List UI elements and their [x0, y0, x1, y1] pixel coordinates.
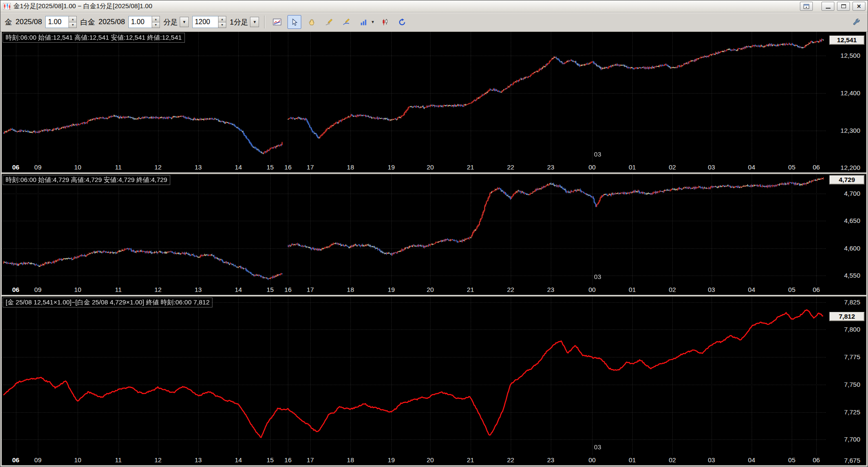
annotation-tool-button[interactable] — [339, 15, 353, 29]
gold-price-axis: 12,541 12,50012,40012,30012,200 — [826, 32, 866, 172]
gold-coefficient-spinbox: ▲ ▼ — [45, 16, 77, 28]
time-tick-label: 23 — [544, 163, 558, 171]
time-tick-label: 12 — [151, 286, 165, 293]
settings-wrench-button[interactable] — [849, 15, 863, 29]
toolbar: 金 2025/08 ▲ ▼ 白金 2025/08 ▲ ▼ 分足 ▼ ▲ — [0, 13, 868, 32]
price-tick-label: 7,825 — [844, 298, 860, 306]
platinum-contract-month: 2025/08 — [98, 18, 125, 26]
gold-time-axis: 0609101112131415161718192021222300010203… — [2, 162, 826, 172]
time-tick-label: 11 — [112, 163, 125, 171]
toolbar-divider — [264, 16, 265, 28]
period-type-dropdown-icon[interactable]: ▼ — [180, 17, 189, 27]
interval-label: 1分足 — [230, 17, 248, 27]
spread-chart-plot[interactable]: [金 25/08 12,541×1.00]−[白金 25/08 4,729×1.… — [2, 297, 826, 455]
spin-up-icon[interactable]: ▲ — [152, 16, 160, 22]
time-tick-label: 13 — [191, 456, 205, 464]
date-change-marker: 03 — [594, 273, 601, 280]
window-title: 金1分足[2025/08]1.00 − 白金1分足[2025/08]1.00 — [13, 2, 152, 10]
spread-price-axis: 7,812 7,8257,8007,7757,7507,7257,7007,67… — [826, 297, 866, 465]
time-tick-label: 22 — [504, 456, 518, 464]
spread-chart-canvas[interactable] — [2, 297, 826, 455]
time-tick-label: 11 — [112, 286, 125, 293]
annotation-tool-icon — [343, 19, 350, 26]
gold-current-price-badge: 12,541 — [829, 35, 865, 45]
time-tick-label: 16 — [281, 163, 295, 171]
date-change-marker: 03 — [594, 443, 601, 451]
time-tick-label: 14 — [231, 456, 245, 464]
indicator-bars-icon — [360, 19, 367, 26]
time-tick-label: 05 — [785, 286, 799, 293]
chart-stack: 時刻:06:00 始値:12,541 高値:12,541 安値:12,541 終… — [2, 32, 866, 465]
platinum-price-axis: 4,729 4,7004,6504,6004,550 — [826, 174, 866, 295]
minimize-icon — [826, 7, 831, 9]
time-tick-label: 18 — [343, 456, 357, 464]
time-tick-label: 01 — [625, 163, 639, 171]
time-tick-label: 06 — [809, 286, 823, 293]
chart-frame: 時刻:06:00 始値:12,541 高値:12,541 安値:12,541 終… — [0, 32, 868, 467]
candle-style-button[interactable] — [378, 15, 392, 29]
interval-dropdown-icon[interactable]: ▼ — [250, 17, 259, 27]
time-tick-label: 12 — [151, 456, 165, 464]
float-window-button[interactable] — [800, 2, 813, 11]
time-tick-label: 05 — [785, 163, 799, 171]
time-tick-label: 19 — [384, 286, 398, 293]
spread-time-axis: 0609101112131415161718192021222300010203… — [2, 455, 826, 465]
time-tick-label: 02 — [665, 286, 679, 293]
hand-tool-button[interactable] — [305, 15, 318, 29]
trendline-tool-button[interactable] — [322, 15, 336, 29]
spin-up-icon[interactable]: ▲ — [69, 16, 77, 22]
price-tick-label: 7,750 — [844, 381, 860, 388]
maximize-button[interactable] — [837, 2, 850, 11]
settings-wrench-icon — [852, 18, 861, 26]
platinum-current-price-badge: 4,729 — [829, 175, 865, 185]
time-tick-label: 02 — [665, 456, 679, 464]
time-tick-label: 01 — [625, 456, 639, 464]
chart-window-button[interactable] — [270, 15, 284, 29]
interval-combo: 1分足 ▼ — [230, 17, 259, 27]
gold-coefficient-input[interactable] — [45, 16, 69, 28]
platinum-chart-info: 時刻:06:00 始値:4,729 高値:4,729 安値:4,729 終値:4… — [3, 175, 170, 185]
price-tick-label: 7,675 — [844, 457, 860, 464]
platinum-time-axis: 0609101112131415161718192021222300010203… — [2, 285, 826, 295]
time-tick-label: 17 — [303, 456, 317, 464]
time-tick-label: 13 — [191, 286, 205, 293]
time-tick-label: 10 — [71, 456, 84, 464]
spin-down-icon[interactable]: ▼ — [218, 22, 226, 28]
gold-chart-plot[interactable]: 時刻:06:00 始値:12,541 高値:12,541 安値:12,541 終… — [2, 32, 826, 162]
price-tick-label: 7,700 — [844, 436, 860, 443]
time-tick-label: 15 — [263, 286, 277, 293]
maximize-icon — [841, 4, 846, 8]
close-button[interactable]: × — [852, 2, 865, 11]
platinum-chart-canvas[interactable] — [2, 174, 826, 285]
select-tool-icon — [291, 19, 298, 26]
platinum-coefficient-spinbox: ▲ ▼ — [128, 16, 160, 28]
time-tick-label: 19 — [384, 456, 398, 464]
reload-button[interactable] — [395, 15, 409, 29]
candle-style-icon — [381, 19, 389, 26]
time-tick-label: 22 — [504, 163, 518, 171]
indicator-dropdown-icon[interactable]: ▼ — [371, 20, 375, 24]
time-tick-label: 21 — [464, 456, 478, 464]
platinum-coefficient-input[interactable] — [128, 16, 152, 28]
bar-count-input[interactable] — [192, 16, 218, 28]
minimize-button[interactable] — [821, 2, 834, 11]
price-tick-label: 12,300 — [840, 127, 860, 134]
platinum-chart-panel: 時刻:06:00 始値:4,729 高値:4,729 安値:4,729 終値:4… — [2, 174, 866, 295]
spread-chart-panel: [金 25/08 12,541×1.00]−[白金 25/08 4,729×1.… — [2, 297, 866, 465]
spin-up-icon[interactable]: ▲ — [218, 16, 226, 22]
app-window: 金1分足[2025/08]1.00 − 白金1分足[2025/08]1.00 ×… — [0, 0, 868, 467]
trendline-tool-icon — [325, 19, 333, 26]
spin-down-icon[interactable]: ▼ — [152, 22, 160, 28]
gold-chart-canvas[interactable] — [2, 32, 826, 162]
platinum-chart-plot[interactable]: 時刻:06:00 始値:4,729 高値:4,729 安値:4,729 終値:4… — [2, 174, 826, 285]
time-tick-label: 03 — [705, 456, 718, 464]
time-tick-label: 15 — [263, 163, 277, 171]
price-tick-label: 4,650 — [844, 217, 860, 224]
price-tick-label: 4,700 — [844, 190, 860, 197]
title-bar[interactable]: 金1分足[2025/08]1.00 − 白金1分足[2025/08]1.00 × — [0, 0, 868, 13]
spin-down-icon[interactable]: ▼ — [69, 22, 77, 28]
price-tick-label: 12,400 — [840, 89, 860, 97]
select-tool-button[interactable] — [287, 15, 301, 29]
spread-current-price-badge: 7,812 — [829, 312, 865, 321]
indicator-bars-button[interactable] — [356, 15, 370, 29]
